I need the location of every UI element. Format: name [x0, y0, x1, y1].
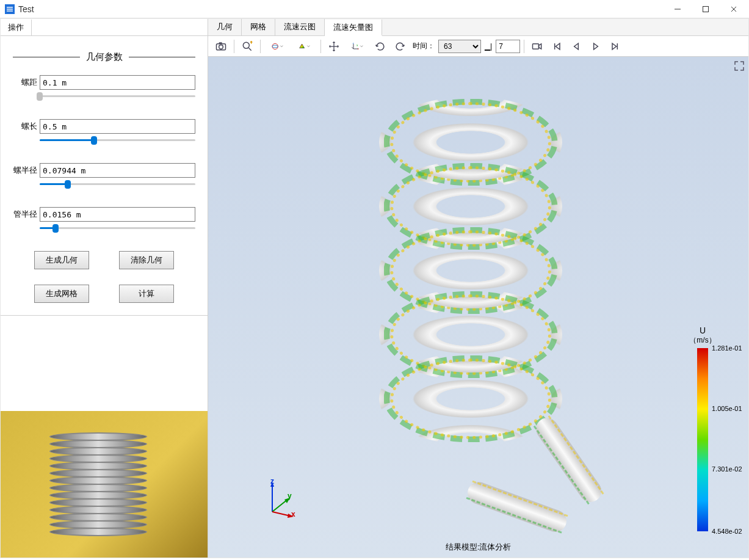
- rotate-ccw-icon[interactable]: [371, 38, 389, 55]
- svg-rect-2: [703, 6, 709, 12]
- skip-end-icon[interactable]: [606, 38, 624, 55]
- svg-rect-12: [533, 43, 539, 48]
- tab-vector[interactable]: 流速矢量图: [325, 20, 382, 36]
- axes-icon[interactable]: zyx: [344, 38, 370, 55]
- svg-line-17: [272, 512, 291, 516]
- window-title: Test: [18, 4, 664, 14]
- rotate-cw-icon[interactable]: [391, 38, 409, 55]
- generate-geometry-button[interactable]: 生成几何: [34, 251, 89, 269]
- maximize-button[interactable]: [692, 0, 720, 18]
- view-tabs: 几何 网格 流速云图 流速矢量图: [208, 19, 748, 36]
- close-button[interactable]: [720, 0, 748, 18]
- axis-triad: z y x: [257, 478, 300, 521]
- fullscreen-icon[interactable]: [734, 60, 745, 71]
- color-legend: U （m/s） 1.281e-01 1.005e-01 7.301e-02 4.…: [675, 325, 730, 531]
- pitch-input[interactable]: [40, 75, 195, 90]
- time-label: 时间：: [413, 41, 435, 51]
- compute-button[interactable]: 计算: [119, 285, 174, 303]
- svg-point-4: [219, 45, 223, 49]
- reference-photo: [1, 411, 208, 558]
- tab-mesh[interactable]: 网格: [242, 19, 275, 35]
- tab-contour[interactable]: 流速云图: [275, 19, 325, 35]
- titlebar: Test: [0, 0, 749, 18]
- length-label: 螺长: [13, 121, 37, 132]
- svg-point-7: [272, 43, 278, 49]
- left-panel: 操作 几何参数 螺距 螺长: [1, 19, 208, 558]
- helical-coil-model: [379, 96, 581, 536]
- zoom-fit-icon[interactable]: [238, 38, 256, 55]
- frame-end-icon: ▁|: [485, 42, 492, 51]
- coil-radius-input[interactable]: [40, 163, 195, 178]
- skip-start-icon[interactable]: [548, 38, 566, 55]
- app-icon: [5, 4, 15, 14]
- 3d-viewport[interactable]: z y x U （m/s） 1.281e-01 1.005e-01 7.301e…: [208, 57, 748, 558]
- svg-text:x: x: [358, 47, 359, 50]
- tab-geometry[interactable]: 几何: [208, 19, 242, 35]
- tube-radius-slider[interactable]: [40, 224, 195, 233]
- tube-radius-input[interactable]: [40, 207, 195, 222]
- svg-line-15: [272, 500, 288, 512]
- record-icon[interactable]: [528, 38, 546, 55]
- svg-rect-5: [219, 42, 222, 44]
- svg-text:y: y: [356, 43, 358, 46]
- selection-mode-icon[interactable]: [264, 38, 290, 55]
- view-toolbar: zyx 时间： 63 ▁|: [208, 36, 748, 57]
- generate-mesh-button[interactable]: 生成网格: [34, 285, 89, 303]
- step-back-icon[interactable]: [567, 38, 585, 55]
- minimize-button[interactable]: [664, 0, 692, 18]
- pitch-label: 螺距: [13, 77, 37, 88]
- coil-radius-label: 螺半径: [13, 165, 37, 176]
- camera-icon[interactable]: [212, 38, 230, 55]
- section-title: 几何参数: [13, 51, 195, 63]
- ops-tab[interactable]: 操作: [1, 20, 32, 35]
- tube-radius-label: 管半径: [13, 209, 37, 220]
- length-slider[interactable]: [40, 136, 195, 145]
- frame-input[interactable]: [496, 40, 520, 53]
- coil-radius-slider[interactable]: [40, 180, 195, 189]
- clear-geometry-button[interactable]: 清除几何: [119, 251, 174, 269]
- pitch-slider[interactable]: [40, 92, 195, 101]
- right-panel: 几何 网格 流速云图 流速矢量图 zyx 时间： 63 ▁|: [208, 19, 748, 558]
- svg-text:z: z: [353, 42, 354, 45]
- play-icon[interactable]: [587, 38, 605, 55]
- svg-point-8: [272, 45, 278, 48]
- result-model-label: 结果模型:流体分析: [446, 542, 512, 553]
- ops-tab-bar: 操作: [1, 19, 208, 36]
- pan-icon[interactable]: [325, 38, 343, 55]
- time-select[interactable]: 63: [438, 40, 481, 53]
- svg-point-6: [243, 42, 249, 48]
- length-input[interactable]: [40, 119, 195, 134]
- colormap-icon[interactable]: [291, 38, 317, 55]
